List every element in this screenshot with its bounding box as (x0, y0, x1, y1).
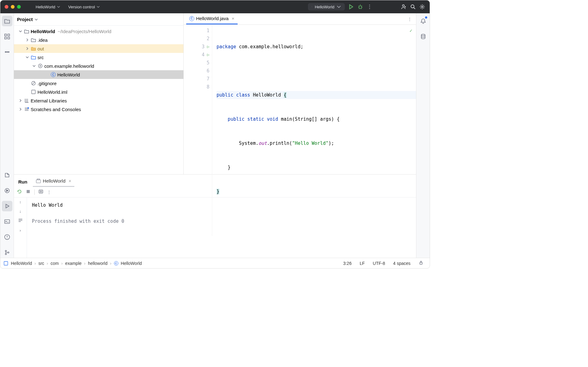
project-panel-header[interactable]: Project (14, 13, 183, 26)
folder-icon (31, 37, 36, 43)
svg-point-14 (7, 52, 7, 53)
stop-button[interactable] (26, 189, 31, 195)
terminal-tool-button[interactable] (2, 216, 12, 227)
status-bar: HelloWorld› src› com› example› helloworl… (0, 258, 430, 268)
svg-rect-9 (5, 34, 7, 36)
line-number: 2 (207, 35, 209, 43)
breadcrumb-item[interactable]: HelloWorld (121, 261, 142, 266)
problems-tool-button[interactable] (2, 232, 12, 242)
tree-item-src[interactable]: src (14, 53, 183, 62)
svg-rect-34 (420, 262, 422, 264)
class-icon: C (189, 16, 194, 21)
editor-tab-label: HelloWorld.java (196, 16, 229, 21)
build-tool-button[interactable] (2, 170, 12, 180)
tree-item-iml[interactable]: HelloWorld.iml (14, 88, 183, 96)
soft-wrap-button[interactable] (18, 218, 23, 224)
svg-point-5 (369, 8, 370, 9)
more-tool-windows-button[interactable] (2, 47, 12, 57)
readonly-toggle[interactable] (415, 260, 427, 266)
tree-item-class-selected[interactable]: C HelloWorld (14, 70, 183, 79)
root-label: HelloWorld (31, 29, 55, 34)
services-tool-button[interactable] (2, 185, 12, 196)
zoom-window-button[interactable] (17, 5, 21, 9)
scroll-up-button[interactable]: ↑ (19, 200, 21, 205)
settings-button[interactable] (419, 4, 425, 10)
structure-tool-button[interactable] (2, 31, 12, 42)
search-everywhere-button[interactable] (410, 4, 416, 10)
file-encoding[interactable]: UTF-8 (370, 261, 388, 266)
git-tool-button[interactable] (2, 247, 12, 258)
svg-point-13 (5, 52, 6, 53)
source-folder-icon (31, 54, 36, 60)
breadcrumb-item[interactable]: HelloWorld (11, 261, 32, 266)
svg-rect-0 (312, 6, 312, 7)
run-panel-title: Run (17, 177, 29, 187)
tree-label: .gitignore (37, 81, 57, 86)
project-tool-button[interactable] (2, 16, 12, 26)
rerun-button[interactable] (17, 189, 22, 195)
scroll-down-button[interactable]: ↓ (19, 209, 21, 214)
tree-label: Scratches and Consoles (31, 107, 81, 112)
tree-label: External Libraries (31, 98, 67, 103)
tree-item-external-libs[interactable]: External Libraries (14, 96, 183, 105)
run-button[interactable] (348, 4, 354, 10)
vcs-label: Version control (68, 5, 95, 9)
svg-rect-30 (39, 190, 43, 193)
project-dropdown[interactable]: HelloWorld (33, 3, 63, 11)
run-more-button[interactable]: ⋮ (47, 190, 51, 194)
tree-item-scratches[interactable]: Scratches and Consoles (14, 105, 183, 114)
breadcrumb-item[interactable]: src (38, 261, 44, 266)
tree-item-idea[interactable]: .idea (14, 36, 183, 44)
breadcrumb-item[interactable]: example (65, 261, 81, 266)
more-actions-button[interactable] (366, 4, 373, 10)
tree-item-gitignore[interactable]: .gitignore (14, 79, 183, 88)
tree-label: HelloWorld (57, 72, 80, 77)
editor-tabs: C HelloWorld.java × ⋮ (184, 13, 416, 25)
minimize-window-button[interactable] (11, 5, 15, 9)
svg-point-8 (422, 6, 423, 8)
gutter-run-icon[interactable]: ▷ (207, 51, 209, 59)
breadcrumbs: HelloWorld› src› com› example› helloworl… (3, 261, 142, 266)
svg-point-32 (421, 34, 425, 36)
tree-item-package[interactable]: com.example.helloworld (14, 62, 183, 70)
close-tab-button[interactable]: × (68, 178, 71, 184)
tree-item-out[interactable]: out (14, 44, 183, 53)
tree-label: HelloWorld.iml (37, 89, 67, 95)
inspection-ok-icon[interactable]: ✓ (410, 27, 412, 35)
svg-point-15 (8, 52, 9, 53)
expand-button[interactable]: › (20, 228, 21, 233)
notifications-button[interactable] (418, 16, 428, 26)
run-config-tab[interactable]: HelloWorld × (33, 176, 74, 187)
code-editor[interactable]: ✓ 1 2 3▷ 4▷ 5 6 7 8 package com.example.… (184, 25, 416, 236)
project-name-label: HelloWorld (36, 5, 55, 9)
svg-point-20 (5, 253, 7, 255)
code-with-me-button[interactable] (401, 4, 407, 10)
editor-tab-options-button[interactable]: ⋮ (403, 17, 416, 21)
close-window-button[interactable] (5, 5, 8, 9)
debug-button[interactable] (357, 4, 363, 10)
code-content[interactable]: package com.example.helloworld; public c… (212, 25, 416, 236)
layout-button[interactable] (38, 189, 43, 195)
gutter-run-icon[interactable]: ▷ (207, 43, 209, 51)
svg-rect-25 (32, 90, 35, 94)
database-tool-button[interactable] (418, 31, 428, 42)
chevron-down-icon (35, 18, 38, 21)
tree-root[interactable]: HelloWorld ~/IdeaProjects/HelloWorld (14, 27, 183, 36)
vcs-dropdown[interactable]: Version control (66, 3, 102, 11)
breadcrumb-item[interactable]: com (50, 261, 59, 266)
run-tool-button[interactable] (2, 201, 12, 211)
svg-rect-33 (4, 261, 8, 265)
svg-point-4 (369, 6, 370, 7)
module-file-icon (31, 89, 36, 95)
editor-tab-active[interactable]: C HelloWorld.java × (186, 13, 238, 24)
breadcrumb-item[interactable]: helloworld (88, 261, 108, 266)
line-separator[interactable]: LF (357, 261, 368, 266)
close-tab-button[interactable]: × (232, 16, 235, 21)
svg-point-7 (411, 5, 414, 8)
class-icon: C (114, 261, 118, 266)
indent-config[interactable]: 4 spaces (390, 261, 414, 266)
svg-point-19 (5, 250, 7, 252)
run-config-selector[interactable]: HelloWorld (308, 3, 345, 11)
caret-position[interactable]: 3:26 (340, 261, 355, 266)
line-number: 1 (207, 27, 209, 35)
